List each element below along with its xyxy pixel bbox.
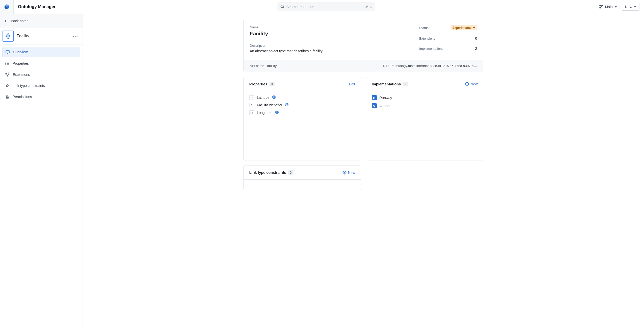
status-badge[interactable]: Experimental bbox=[451, 25, 477, 30]
globe-icon bbox=[285, 103, 289, 107]
properties-count: 3 bbox=[269, 82, 275, 86]
search-input-wrap[interactable]: ⌘ K bbox=[278, 3, 375, 11]
object-icon bbox=[372, 95, 377, 100]
nav-label: Link type constraints bbox=[13, 84, 45, 88]
nav-label: Permissions bbox=[13, 95, 32, 99]
implementations-new-link[interactable]: New bbox=[465, 82, 478, 86]
link-icon bbox=[5, 83, 10, 88]
nav-overview[interactable]: Overview bbox=[3, 47, 80, 57]
type-badge-double: 1.0 bbox=[249, 95, 254, 100]
sidebar-entity-header: Facility bbox=[0, 28, 83, 44]
sidebar-nav: Overview Properties Extensions bbox=[0, 44, 83, 104]
object-icon bbox=[372, 103, 377, 108]
property-name: Latitude bbox=[257, 96, 269, 100]
name-block: Name Facility bbox=[250, 25, 407, 37]
implementations-card: Implementations 2 New Ru bbox=[366, 77, 483, 160]
list-icon bbox=[5, 61, 10, 66]
monitor-icon bbox=[5, 50, 10, 54]
ltc-title: Link type constraints bbox=[249, 171, 286, 175]
entity-title: Facility bbox=[16, 34, 69, 38]
svg-point-8 bbox=[77, 36, 78, 37]
entity-name: Facility bbox=[250, 31, 407, 37]
implementation-row[interactable]: Airport bbox=[372, 103, 478, 108]
implementation-row[interactable]: Runway bbox=[372, 95, 478, 100]
property-name: Longitude bbox=[257, 111, 273, 115]
svg-point-16 bbox=[6, 73, 7, 74]
svg-rect-9 bbox=[6, 51, 9, 53]
svg-point-4 bbox=[602, 5, 603, 6]
implementations-count: 2 bbox=[475, 46, 477, 51]
properties-card: Properties 3 Edit 1.0 Latitude bbox=[243, 77, 361, 160]
entity-icon bbox=[3, 31, 14, 42]
svg-point-34 bbox=[374, 105, 375, 106]
svg-point-11 bbox=[6, 63, 6, 64]
status-value: Experimental bbox=[453, 26, 472, 30]
nav-label: Properties bbox=[13, 61, 29, 65]
app-logo[interactable] bbox=[0, 0, 14, 14]
svg-point-3 bbox=[600, 7, 601, 8]
link-type-constraints-card: Link type constraints 0 New bbox=[243, 166, 361, 190]
back-home-label: Back home bbox=[11, 19, 29, 23]
svg-point-7 bbox=[75, 36, 76, 37]
api-name-value: facility bbox=[267, 64, 277, 68]
app-title: Ontology Manager bbox=[14, 4, 56, 9]
svg-point-17 bbox=[8, 73, 9, 74]
implementations-count-badge: 2 bbox=[403, 82, 408, 86]
ltc-count: 0 bbox=[288, 170, 293, 175]
globe-icon bbox=[275, 110, 279, 115]
branch-name: Main bbox=[605, 5, 613, 9]
new-button[interactable]: New bbox=[622, 3, 639, 11]
nav-extensions[interactable]: Extensions bbox=[3, 70, 80, 79]
nav-permissions[interactable]: Permissions bbox=[3, 92, 80, 102]
svg-marker-5 bbox=[6, 33, 10, 39]
entity-more-button[interactable] bbox=[72, 33, 79, 39]
chevron-down-icon bbox=[615, 6, 617, 8]
extensions-count: 0 bbox=[475, 36, 477, 40]
nav-link-type-constraints[interactable]: Link type constraints bbox=[3, 81, 80, 90]
svg-point-6 bbox=[73, 36, 74, 37]
properties-title: Properties bbox=[249, 82, 267, 86]
rid-label: RID bbox=[383, 64, 388, 68]
svg-rect-33 bbox=[375, 97, 375, 99]
detail-card: Name Facility Description An abstract ob… bbox=[243, 19, 483, 72]
git-branch-icon bbox=[599, 5, 603, 9]
properties-edit-link[interactable]: Edit bbox=[349, 82, 355, 86]
chevron-down-icon bbox=[473, 27, 475, 29]
flow-branch-icon bbox=[5, 72, 10, 77]
chevron-down-icon bbox=[634, 6, 636, 8]
type-badge-string: ❞ bbox=[249, 103, 254, 107]
implementation-name: Airport bbox=[379, 104, 390, 108]
extensions-row: Extensions 0 bbox=[419, 36, 477, 40]
lock-icon bbox=[5, 94, 10, 99]
type-badge-double: 1.0 bbox=[249, 110, 254, 115]
branch-selector[interactable]: Main bbox=[597, 3, 619, 11]
implementations-title: Implementations bbox=[372, 82, 401, 86]
property-row[interactable]: 1.0 Longitude bbox=[249, 110, 355, 115]
search-icon bbox=[280, 5, 284, 9]
description-block: Description An abstract object type that… bbox=[250, 44, 407, 53]
more-horizontal-icon bbox=[73, 36, 78, 37]
search-input[interactable] bbox=[286, 5, 363, 9]
name-label: Name bbox=[250, 25, 407, 29]
property-row[interactable]: 1.0 Latitude bbox=[249, 95, 355, 100]
svg-line-1 bbox=[283, 7, 284, 8]
back-home-link[interactable]: Back home bbox=[0, 14, 83, 28]
implementations-new-label: New bbox=[470, 82, 478, 86]
api-name-label: API name bbox=[250, 64, 264, 68]
svg-rect-32 bbox=[373, 97, 374, 99]
status-label: Status bbox=[419, 26, 429, 30]
extensions-label: Extensions bbox=[419, 37, 435, 40]
sidebar: Back home Facility Overview bbox=[0, 14, 83, 331]
ltc-new-link[interactable]: New bbox=[342, 171, 355, 175]
nav-properties[interactable]: Properties bbox=[3, 59, 80, 68]
cube-icon bbox=[4, 4, 10, 10]
svg-rect-19 bbox=[6, 97, 9, 99]
description-text: An abstract object type that describes a… bbox=[250, 49, 407, 53]
topbar: Ontology Manager ⌘ K Main New bbox=[0, 0, 644, 14]
svg-point-0 bbox=[281, 5, 283, 8]
nav-label: Extensions bbox=[13, 73, 30, 77]
property-row[interactable]: ❞ Facility Identifier bbox=[249, 103, 355, 107]
svg-point-12 bbox=[6, 64, 6, 65]
svg-point-10 bbox=[6, 62, 6, 62]
implementation-name: Runway bbox=[379, 96, 392, 100]
